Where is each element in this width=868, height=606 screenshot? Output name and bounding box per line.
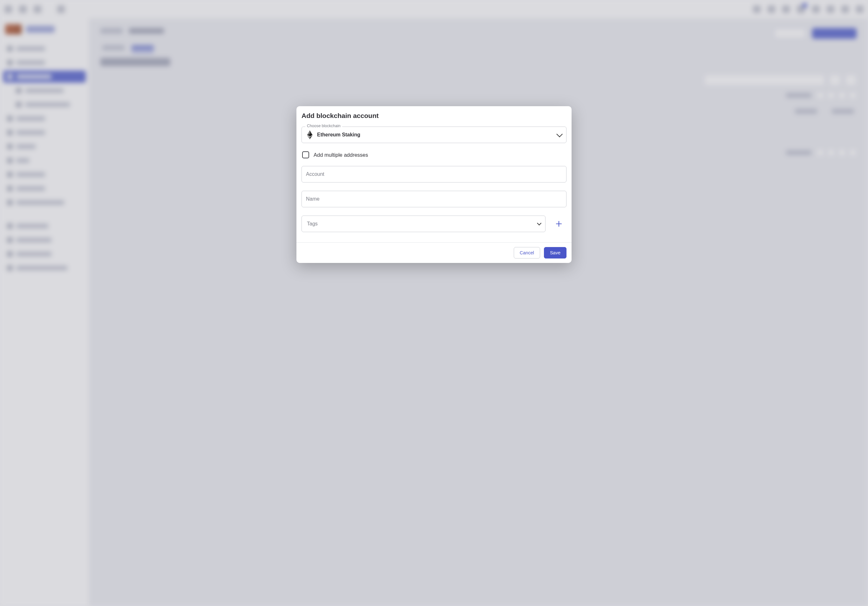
chevron-down-icon — [556, 131, 563, 137]
add-tag-button[interactable] — [551, 216, 566, 232]
add-blockchain-account-modal: Add blockchain account Choose blockchain… — [296, 106, 572, 263]
account-input[interactable] — [302, 166, 566, 182]
save-button[interactable]: Save — [544, 247, 566, 258]
ethereum-icon — [307, 131, 313, 139]
add-multiple-addresses-row[interactable]: Add multiple addresses — [302, 151, 566, 158]
choose-blockchain-field[interactable]: Choose blockchain Ethereum Staking — [302, 127, 566, 143]
cancel-button[interactable]: Cancel — [514, 247, 540, 258]
name-input[interactable] — [302, 191, 566, 207]
choose-blockchain-label: Choose blockchain — [305, 124, 342, 128]
name-field-wrap: Name — [302, 191, 566, 207]
modal-overlay: Add blockchain account Choose blockchain… — [0, 0, 868, 606]
modal-footer: Cancel Save — [296, 242, 572, 263]
add-multiple-addresses-label: Add multiple addresses — [313, 152, 368, 158]
chevron-down-icon — [537, 221, 541, 225]
add-multiple-addresses-checkbox[interactable] — [302, 151, 309, 158]
tags-field[interactable]: Tags — [302, 216, 546, 232]
choose-blockchain-value: Ethereum Staking — [317, 132, 360, 138]
account-field-wrap: Account — [302, 166, 566, 182]
tags-label: Tags — [307, 221, 318, 227]
modal-title: Add blockchain account — [302, 112, 566, 120]
